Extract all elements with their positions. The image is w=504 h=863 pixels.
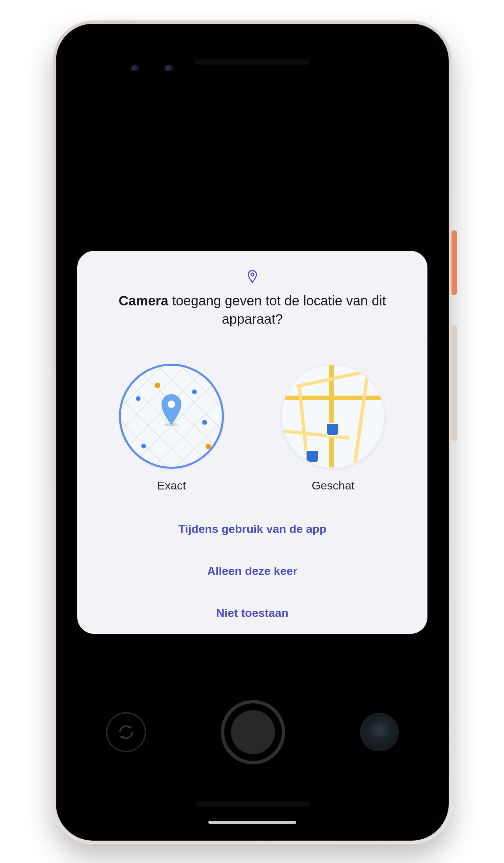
switch-camera-button[interactable] [106, 712, 146, 752]
dialog-title-rest: toegang geven tot de locatie van dit app… [168, 293, 386, 326]
highway-shield-icon [326, 423, 339, 436]
dialog-title: Camera toegang geven tot de locatie van … [101, 291, 404, 328]
shutter-button[interactable] [221, 700, 285, 764]
exact-map-preview [119, 364, 224, 469]
accuracy-option-exact[interactable]: Exact [99, 364, 244, 492]
power-button[interactable] [452, 230, 457, 295]
dialog-header: Camera toegang geven tot de locatie van … [77, 251, 427, 343]
allow-while-using-button[interactable]: Tijdens gebruik van de app [77, 508, 427, 550]
highway-shield-icon [306, 450, 319, 463]
phone-device-frame: Camera toegang geven tot de locatie van … [52, 20, 452, 844]
permission-dialog: Camera toegang geven tot de locatie van … [77, 251, 427, 634]
accuracy-exact-label: Exact [99, 479, 244, 492]
accuracy-options: Exact [77, 343, 427, 508]
accuracy-approx-label: Geschat [260, 479, 406, 492]
camera-bottom-bar [69, 702, 436, 763]
last-photo-thumbnail[interactable] [360, 713, 399, 751]
deny-button[interactable]: Niet toestaan [77, 592, 427, 634]
svg-point-2 [165, 423, 178, 426]
earpiece-speaker [195, 59, 310, 65]
svg-point-0 [251, 273, 254, 276]
shutter-inner-icon [231, 710, 275, 754]
phone-bezel: Camera toegang geven tot de locatie van … [56, 24, 449, 841]
switch-camera-icon [117, 723, 135, 741]
location-pin-icon [247, 270, 258, 285]
approx-map-preview [281, 364, 386, 469]
gesture-nav-bar[interactable] [208, 821, 296, 824]
screen: Camera toegang geven tot de locatie van … [69, 71, 436, 773]
accuracy-option-approx[interactable]: Geschat [260, 364, 406, 492]
map-pin-icon [158, 394, 185, 428]
svg-point-1 [168, 400, 176, 408]
dialog-app-name: Camera [118, 293, 168, 308]
bottom-speaker [195, 801, 310, 807]
allow-only-this-time-button[interactable]: Alleen deze keer [77, 550, 427, 592]
volume-button[interactable] [452, 325, 457, 441]
